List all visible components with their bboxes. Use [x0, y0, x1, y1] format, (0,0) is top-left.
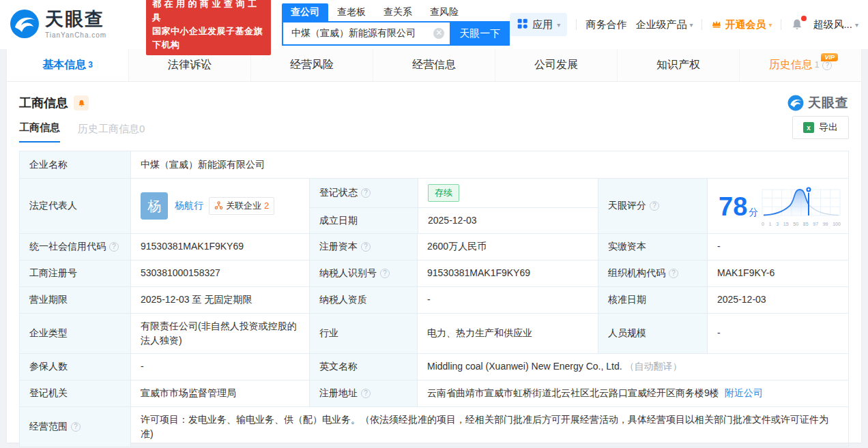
help-icon[interactable]: ?	[650, 201, 659, 211]
tab-company-development[interactable]: 公司发展	[495, 49, 617, 81]
tianyancha-logo[interactable]: 天眼查 TianYanCha.com	[10, 9, 139, 41]
help-icon[interactable]: ?	[822, 61, 832, 70]
export-button[interactable]: 导出	[792, 116, 849, 139]
clear-search-icon[interactable]: ✕	[433, 28, 444, 39]
search-tab-relation[interactable]: 查关系	[375, 3, 421, 21]
export-label: 导出	[819, 121, 838, 134]
legal-rep-link[interactable]: 杨航行	[175, 198, 203, 213]
field-label: 登记机关	[20, 380, 130, 406]
business-info-table: 企业名称 中煤（宣威）新能源有限公司 法定代表人 杨 杨航行 关联企业 2 登记…	[19, 151, 849, 447]
field-label: 行业	[309, 314, 417, 353]
subtab-history-business-info[interactable]: 历史工商信息0	[78, 123, 145, 143]
org-code-value: MAK1F9KY-6	[707, 260, 848, 286]
authority-value: 宣威市市场监督管理局	[130, 380, 309, 406]
search-input[interactable]	[291, 28, 433, 39]
apps-menu[interactable]: 应用 ▾	[510, 13, 567, 36]
menu-enterprise-products[interactable]: 企业级产品 ▾	[635, 18, 693, 31]
help-icon[interactable]: ?	[361, 389, 371, 398]
tab-legal-label: 法律诉讼	[168, 58, 212, 72]
field-label: 注册地址?	[309, 380, 417, 406]
score-unit: 分	[749, 205, 758, 220]
menu-business-coop[interactable]: 商务合作	[585, 18, 626, 31]
related-companies-badge[interactable]: 关联企业 2	[209, 197, 274, 215]
help-icon[interactable]: ?	[109, 242, 119, 252]
company-detail-card: 基本信息 3 法律诉讼 经营风险 经营信息 公司发展 知识产权 VIP 历史信息…	[7, 49, 861, 443]
field-label: 核准日期	[598, 287, 707, 313]
subtab-business-info[interactable]: 工商信息	[19, 121, 60, 143]
tab-ip-label: 知识产权	[656, 58, 700, 72]
chevron-down-icon: ▾	[768, 21, 772, 29]
table-row: 统一社会信用代码? 91530381MAK1F9KY69 注册资本? 2600万…	[20, 233, 848, 260]
field-label: 法定代表人	[20, 179, 130, 233]
subscribe-bell-icon[interactable]	[74, 95, 89, 110]
insured-value: -	[130, 354, 309, 380]
field-label: 工商注册号	[20, 260, 130, 286]
field-label: 企业类型	[20, 314, 130, 353]
field-label: 成立日期	[310, 208, 418, 233]
menu-open-vip[interactable]: 开通会员 ▾	[711, 18, 772, 31]
tab-operation-label: 经营信息	[412, 58, 456, 72]
menu-super-risk[interactable]: 超级风... ▾	[813, 18, 858, 31]
vip-crown-icon	[711, 19, 722, 31]
slogan-banner: 都在用的商业查询工具 国家中小企业发展子基金旗下机构	[146, 0, 271, 55]
tab-intellectual-property[interactable]: 知识产权	[617, 49, 739, 81]
chevron-down-icon: ▾	[855, 21, 858, 29]
company-name-value: 中煤（宣威）新能源有限公司	[130, 151, 848, 178]
apps-grid-icon	[517, 18, 528, 31]
tab-history-info[interactable]: VIP 历史信息 1 ?	[739, 49, 861, 81]
address-value: 云南省曲靖市宣威市虹桥街道北云社区北云路口宣威经开区商务楼9楼	[427, 386, 719, 400]
section-title: 工商信息	[19, 95, 68, 111]
taxpayer-qual-value: -	[417, 287, 598, 313]
auto-translate-note: （自动翻译）	[625, 359, 682, 374]
search-button[interactable]: 天眼一下	[450, 21, 510, 46]
industry-value: 电力、热力生产和供应业	[417, 314, 598, 353]
watermark-text: 天眼查	[808, 94, 849, 112]
help-icon[interactable]: ?	[71, 422, 81, 432]
tab-development-label: 公司发展	[534, 58, 578, 72]
avatar[interactable]: 杨	[141, 192, 168, 220]
apps-menu-label: 应用	[532, 18, 553, 31]
reg-capital-value: 2600万人民币	[417, 234, 598, 260]
field-label: 登记状态 ?	[310, 179, 418, 207]
watermark-logo: 天眼查	[787, 94, 849, 112]
term-value: 2025-12-03 至 无固定期限	[130, 287, 309, 313]
address-cell: 云南省曲靖市宣威市虹桥街道北云社区北云路口宣威经开区商务楼9楼 附近公司	[417, 380, 848, 406]
brand-domain: TianYanCha.com	[45, 31, 106, 39]
menu-enterprise-label: 企业级产品	[635, 18, 686, 31]
help-icon[interactable]: ?	[669, 269, 678, 278]
chevron-down-icon: ▾	[557, 21, 560, 29]
field-label: 纳税人资质	[309, 287, 417, 313]
score-distribution-chart: 0131550859799100	[761, 185, 841, 228]
help-icon[interactable]: ?	[361, 242, 371, 252]
menu-vip-label: 开通会员	[725, 18, 766, 31]
search-tab-company[interactable]: 查公司	[282, 3, 328, 21]
search-tab-boss[interactable]: 查老板	[328, 3, 375, 21]
score-cell[interactable]: 78 分	[707, 179, 848, 233]
tab-basic-label: 基本信息	[42, 58, 86, 72]
table-row: 企业名称 中煤（宣威）新能源有限公司	[20, 151, 848, 178]
search-tab-risk[interactable]: 查风险	[421, 3, 467, 21]
score-axis-labels: 0131550859799100	[761, 220, 841, 228]
business-scope-value: 许可项目：发电业务、输电业务、供（配）电业务。（依法须经批准的项目，经相关部门批…	[130, 407, 848, 447]
related-label: 关联企业	[226, 199, 261, 213]
tab-basic-info[interactable]: 基本信息 3	[7, 49, 128, 81]
help-icon[interactable]: ?	[361, 188, 371, 198]
status-badge: 存续	[428, 184, 459, 202]
table-row: 法定代表人 杨 杨航行 关联企业 2 登记状态 ? 存续	[20, 178, 848, 233]
legal-rep-cell: 杨 杨航行 关联企业 2	[130, 179, 309, 233]
table-row: 企业类型 有限责任公司(非自然人投资或控股的法人独资) 行业 电力、热力生产和供…	[20, 313, 848, 353]
taxpayer-no-value: 91530381MAK1F9KY69	[417, 260, 598, 286]
tab-basic-count: 3	[88, 60, 93, 70]
field-label: 经营范围?	[20, 407, 130, 447]
tab-operating-info[interactable]: 经营信息	[373, 49, 495, 81]
notification-bell-icon[interactable]	[790, 18, 804, 31]
slogan-line2: 国家中小企业发展子基金旗下机构	[152, 25, 265, 52]
table-row: 营业期限 2025-12-03 至 无固定期限 纳税人资质 - 核准日期 202…	[20, 286, 848, 313]
field-label: 天眼评分 ?	[598, 179, 707, 233]
field-label: 纳税人识别号?	[309, 260, 417, 286]
field-label: 营业期限	[20, 287, 130, 313]
slogan-line1: 都在用的商业查询工具	[152, 0, 265, 25]
help-icon[interactable]: ?	[380, 269, 390, 278]
tianyancha-logo-icon	[10, 9, 40, 41]
nearby-companies-link[interactable]: 附近公司	[725, 386, 763, 400]
